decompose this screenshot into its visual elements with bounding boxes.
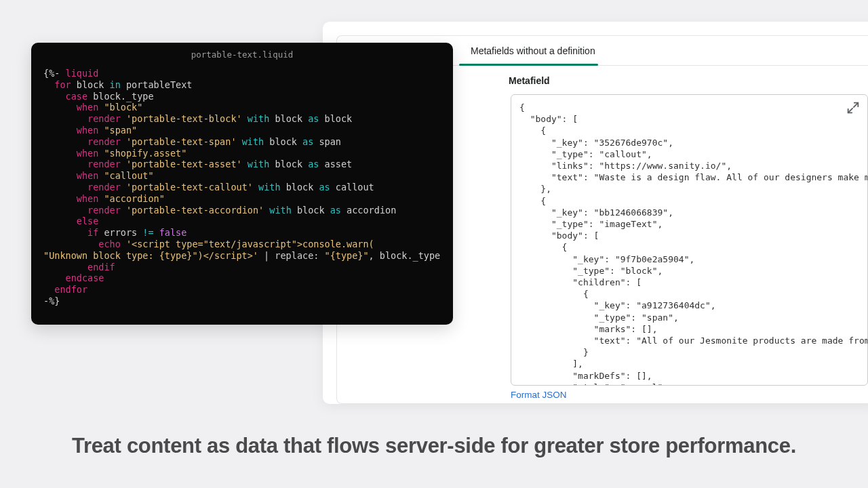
tab-underline bbox=[459, 64, 598, 66]
format-json-link[interactable]: Format JSON bbox=[337, 390, 868, 400]
code-token: as bbox=[330, 205, 341, 216]
code-token bbox=[43, 136, 87, 147]
code-token: with bbox=[248, 113, 270, 124]
code-token bbox=[43, 239, 98, 249]
code-token bbox=[154, 227, 159, 238]
code-token: errors bbox=[98, 227, 142, 238]
code-token: block bbox=[269, 113, 308, 124]
code-token bbox=[121, 113, 126, 124]
code-token bbox=[121, 159, 126, 169]
code-token: when bbox=[77, 102, 99, 113]
code-token: != bbox=[142, 227, 153, 238]
code-token: "shopify.asset" bbox=[104, 148, 186, 159]
code-token: endcase bbox=[66, 272, 104, 283]
code-token: block bbox=[71, 79, 110, 90]
code-token bbox=[121, 182, 126, 192]
code-token: render bbox=[87, 113, 121, 124]
code-token bbox=[43, 216, 77, 226]
code-token: if bbox=[87, 227, 98, 238]
code-token: render bbox=[87, 159, 121, 169]
code-token bbox=[43, 148, 77, 159]
code-token: callout bbox=[330, 182, 374, 192]
code-token: 'portable-text-block' bbox=[126, 113, 242, 124]
code-token: block._type bbox=[87, 91, 154, 102]
code-token: "accordion" bbox=[104, 193, 164, 204]
code-token: block bbox=[264, 136, 302, 147]
code-token: as bbox=[302, 136, 313, 147]
code-token bbox=[43, 182, 87, 192]
code-token: when bbox=[77, 193, 99, 204]
code-token: span bbox=[313, 136, 341, 147]
code-token bbox=[121, 136, 126, 147]
json-content[interactable]: { "body": [ { "_key": "352676de970c", "_… bbox=[511, 95, 867, 386]
code-token: as bbox=[308, 113, 319, 124]
code-filename: portable-text.liquid bbox=[31, 43, 453, 64]
code-token: "span" bbox=[104, 125, 137, 136]
code-token bbox=[43, 113, 87, 124]
code-token: "Unknown block type: {type}")</script>' bbox=[43, 250, 258, 261]
code-token: as bbox=[319, 182, 330, 192]
code-token bbox=[43, 91, 66, 102]
json-box: { "body": [ { "_key": "352676de970c", "_… bbox=[511, 94, 868, 386]
code-token: with bbox=[258, 182, 281, 192]
code-token bbox=[253, 182, 258, 192]
code-token: echo bbox=[98, 239, 121, 249]
code-token: when bbox=[77, 148, 99, 159]
code-token: portableText bbox=[121, 79, 193, 90]
code-token bbox=[43, 102, 77, 113]
tab-no-definition[interactable]: Metafields without a definition bbox=[468, 36, 598, 66]
code-token: with bbox=[269, 205, 292, 216]
code-token: , block._type bbox=[369, 250, 441, 261]
code-token: endif bbox=[87, 262, 115, 272]
code-token: -%} bbox=[43, 296, 60, 306]
code-token bbox=[237, 136, 242, 147]
code-token: else bbox=[77, 216, 99, 226]
code-token: case bbox=[66, 91, 88, 102]
code-token: "block" bbox=[104, 102, 142, 113]
code-token bbox=[43, 262, 87, 272]
code-token: endfor bbox=[54, 284, 87, 295]
expand-icon[interactable] bbox=[846, 100, 861, 115]
code-token bbox=[43, 79, 54, 90]
code-token: block bbox=[319, 113, 352, 124]
code-token: in bbox=[110, 79, 121, 90]
code-token: 'portable-text-callout' bbox=[126, 182, 253, 192]
code-token: | replace: bbox=[258, 250, 325, 261]
code-token: with bbox=[248, 159, 270, 169]
code-token: "{type}" bbox=[325, 250, 369, 261]
code-token bbox=[43, 272, 66, 283]
code-token bbox=[43, 159, 87, 169]
code-token bbox=[43, 125, 77, 136]
code-token: block bbox=[269, 159, 308, 169]
code-token: render bbox=[87, 136, 121, 147]
code-token: when bbox=[77, 170, 99, 181]
code-token: liquid bbox=[66, 68, 99, 79]
code-token: when bbox=[77, 125, 99, 136]
code-body[interactable]: {%- liquid for block in portableText cas… bbox=[31, 64, 453, 315]
code-token: accordion bbox=[341, 205, 396, 216]
code-token bbox=[121, 205, 126, 216]
code-token bbox=[43, 227, 87, 238]
code-token bbox=[43, 170, 77, 181]
code-token bbox=[43, 284, 54, 295]
code-token: {%- bbox=[43, 68, 66, 79]
code-token: block bbox=[281, 182, 319, 192]
code-token: "callout" bbox=[104, 170, 153, 181]
code-token: 'portable-text-span' bbox=[126, 136, 237, 147]
code-editor-panel: portable-text.liquid {%- liquid for bloc… bbox=[31, 43, 453, 325]
code-token: 'portable-text-accordion' bbox=[126, 205, 264, 216]
code-token: for bbox=[54, 79, 71, 90]
code-token: false bbox=[159, 227, 187, 238]
code-token: render bbox=[87, 205, 121, 216]
code-token: 'portable-text-asset' bbox=[126, 159, 242, 169]
code-token bbox=[43, 205, 87, 216]
code-token bbox=[43, 193, 77, 204]
code-token: render bbox=[87, 182, 121, 192]
code-token bbox=[242, 113, 248, 124]
code-token bbox=[242, 159, 248, 169]
code-token: asset bbox=[319, 159, 352, 169]
code-token bbox=[121, 239, 126, 249]
code-token: '<script type="text/javascript">console.… bbox=[126, 239, 374, 249]
code-token: as bbox=[308, 159, 319, 169]
tagline-text: Treat content as data that flows server-… bbox=[0, 434, 868, 458]
